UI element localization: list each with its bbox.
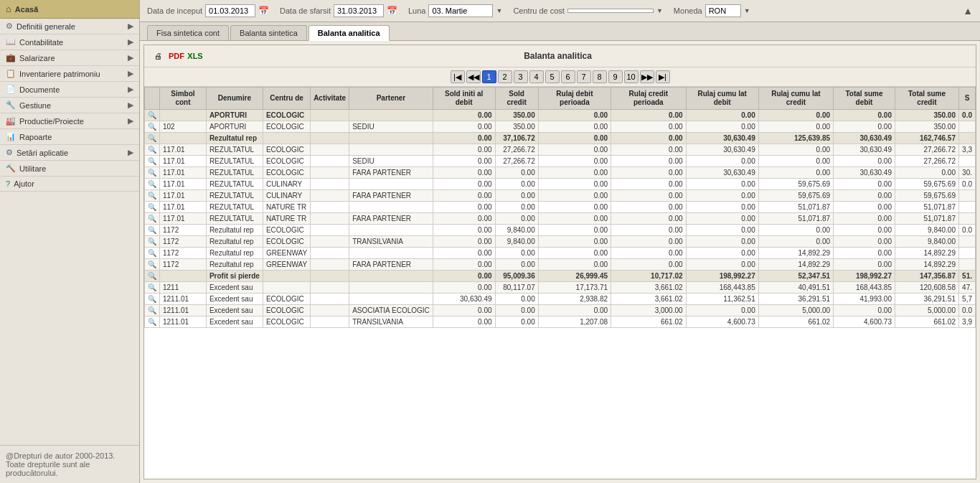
data-sfarsit-input[interactable]: 31.03.2013 <box>334 4 384 17</box>
page-10-button[interactable]: 10 <box>624 70 639 83</box>
luna-dropdown-icon[interactable]: ▼ <box>496 7 502 14</box>
row-search-icon[interactable]: 🔍 <box>145 236 160 248</box>
first-page-button[interactable]: |◀ <box>451 70 465 83</box>
sidebar-item-utilitare[interactable]: 🔨 Utilitare <box>0 161 139 177</box>
row-rulaj-credit: 3,661.02 <box>611 282 686 294</box>
row-denumire: Rezultatul rep <box>206 225 263 236</box>
page-9-button[interactable]: 9 <box>608 70 623 83</box>
page-2-button[interactable]: 2 <box>498 70 512 83</box>
row-search-icon[interactable]: 🔍 <box>145 144 160 156</box>
row-search-icon[interactable]: 🔍 <box>145 121 160 133</box>
row-rulaj-credit: 0.00 <box>611 144 686 156</box>
row-rulaj-cum-c: 661.02 <box>758 316 833 328</box>
row-rulaj-debit: 0.00 <box>538 190 611 202</box>
row-search-icon[interactable]: 🔍 <box>145 271 160 282</box>
next-page-button[interactable]: ▶▶ <box>640 70 654 83</box>
tab-balanta-sintetica[interactable]: Balanta sintetica <box>230 25 307 40</box>
row-search-icon[interactable]: 🔍 <box>145 110 160 121</box>
print-button[interactable]: 🖨 <box>150 48 166 64</box>
row-search-icon[interactable]: 🔍 <box>145 179 160 190</box>
row-total-c: 51,071.87 <box>895 213 958 225</box>
moneda-select[interactable]: RON <box>705 4 741 17</box>
row-search-icon[interactable]: 🔍 <box>145 316 160 328</box>
row-search-icon[interactable]: 🔍 <box>145 167 160 179</box>
centru-cost-dropdown-icon[interactable]: ▼ <box>656 7 663 14</box>
row-total-c: 120,608.58 <box>895 282 958 294</box>
row-search-icon[interactable]: 🔍 <box>145 213 160 225</box>
row-search-icon[interactable]: 🔍 <box>145 305 160 316</box>
sidebar-item-definitii-generale[interactable]: ⚙ Definitii generale ▶ <box>0 19 139 34</box>
data-sfarsit-field: Data de sfarsit 31.03.2013 📅 <box>280 4 397 17</box>
sidebar-item-ajutor[interactable]: ? Ajutor <box>0 177 139 192</box>
table-row: 🔍1211.01Excedent sauECOLOGIC30,630.490.0… <box>145 294 976 305</box>
page-1-button[interactable]: 1 <box>482 70 496 83</box>
row-search-icon[interactable]: 🔍 <box>145 282 160 294</box>
row-rulaj-cum-d: 30,630.49 <box>686 144 758 156</box>
row-partener: FARA PARTENER <box>349 259 433 271</box>
table-row: 🔍117.01REZULTATULECOLOGIC0.0027,266.720.… <box>145 144 976 156</box>
expand-icon[interactable]: ▲ <box>963 5 973 17</box>
row-search-icon[interactable]: 🔍 <box>145 202 160 213</box>
excel-button[interactable]: XLS <box>187 48 203 64</box>
row-rulaj-cum-c: 59,675.69 <box>758 179 833 190</box>
row-rulaj-credit: 3,661.02 <box>611 294 686 305</box>
calendar-icon[interactable]: 📅 <box>258 6 269 16</box>
row-search-icon[interactable]: 🔍 <box>145 225 160 236</box>
row-sold-credit: 0.00 <box>495 294 538 305</box>
moneda-dropdown-icon[interactable]: ▼ <box>744 7 750 14</box>
prev-page-button[interactable]: ◀◀ <box>466 70 481 83</box>
row-rulaj-cum-c: 14,892.29 <box>758 259 833 271</box>
row-rulaj-cum-d: 0.00 <box>686 225 758 236</box>
row-rulaj-cum-d: 0.00 <box>686 190 758 202</box>
row-search-icon[interactable]: 🔍 <box>145 156 160 167</box>
page-7-button[interactable]: 7 <box>577 70 591 83</box>
row-sold-credit: 9,840.00 <box>495 225 538 236</box>
sidebar-item-rapoarte[interactable]: 📊 Rapoarte <box>0 129 139 145</box>
row-total-c: 9,840.00 <box>895 225 958 236</box>
sidebar-item-salarizare[interactable]: 💼 Salarizare ▶ <box>0 50 139 66</box>
table-row: 🔍APORTURIECOLOGIC0.00350.000.000.000.000… <box>145 110 976 121</box>
row-rulaj-credit: 0.00 <box>611 179 686 190</box>
row-rulaj-cum-c: 0.00 <box>758 156 833 167</box>
row-rulaj-cum-c: 0.00 <box>758 110 833 121</box>
page-5-button[interactable]: 5 <box>545 70 560 83</box>
tab-fisa-sintetica-cont[interactable]: Fisa sintetica cont <box>147 25 229 40</box>
pdf-button[interactable]: PDF <box>169 48 184 64</box>
sidebar-item-productie[interactable]: 🏭 Productie/Proiecte ▶ <box>0 113 139 129</box>
tab-balanta-analitica[interactable]: Balanta analitica <box>308 25 390 41</box>
sidebar-item-contabilitate[interactable]: 📖 Contabilitate ▶ <box>0 34 139 50</box>
row-search-icon[interactable]: 🔍 <box>145 294 160 305</box>
row-sold-credit: 27,266.72 <box>495 156 538 167</box>
sidebar-item-inventariere[interactable]: 📋 Inventariere patrimoniu ▶ <box>0 66 139 82</box>
row-partener <box>349 110 433 121</box>
row-search-icon[interactable]: 🔍 <box>145 133 160 144</box>
col-search <box>145 88 160 110</box>
row-search-icon[interactable]: 🔍 <box>145 259 160 271</box>
row-s: 3,3 <box>959 144 976 156</box>
sidebar-item-documente[interactable]: 📄 Documente ▶ <box>0 82 139 98</box>
row-denumire: Rezultatul rep <box>206 259 263 271</box>
row-s <box>959 259 976 271</box>
row-rulaj-credit: 0.00 <box>611 236 686 248</box>
row-search-icon[interactable]: 🔍 <box>145 190 160 202</box>
row-s: 0.0 <box>959 225 976 236</box>
page-4-button[interactable]: 4 <box>529 70 544 83</box>
page-8-button[interactable]: 8 <box>593 70 607 83</box>
row-activitate <box>311 271 349 282</box>
page-6-button[interactable]: 6 <box>561 70 575 83</box>
balanta-table: Simbol cont Denumire Centru de Activitat… <box>144 87 976 328</box>
centru-cost-select[interactable] <box>567 9 654 13</box>
row-activitate <box>311 144 349 156</box>
row-rulaj-cum-d: 0.00 <box>686 202 758 213</box>
data-inceput-input[interactable]: 01.03.2013 <box>205 4 255 17</box>
sidebar-home[interactable]: ⌂ Acasă <box>0 0 139 19</box>
luna-select[interactable]: 03. Martie <box>428 4 493 17</box>
sidebar-item-gestiune[interactable]: 🔧 Gestiune ▶ <box>0 98 139 113</box>
row-rulaj-debit: 0.00 <box>538 156 611 167</box>
page-3-button[interactable]: 3 <box>514 70 528 83</box>
row-total-d: 0.00 <box>834 248 895 259</box>
calendar2-icon[interactable]: 📅 <box>387 6 397 16</box>
sidebar-item-setari[interactable]: ⚙ Setări aplicatie ▶ <box>0 145 139 161</box>
row-search-icon[interactable]: 🔍 <box>145 248 160 259</box>
last-page-button[interactable]: ▶| <box>656 70 670 83</box>
